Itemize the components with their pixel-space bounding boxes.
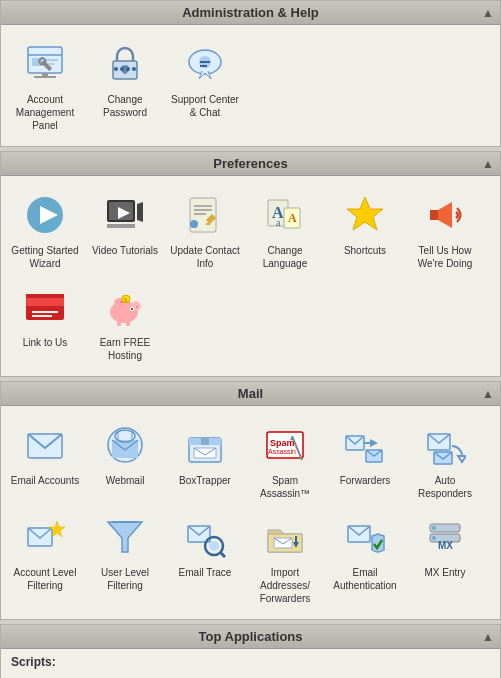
email-accounts-item[interactable]: Email Accounts <box>5 414 85 506</box>
user-level-filtering-item[interactable]: User Level Filtering <box>85 506 165 611</box>
getting-started-icon <box>20 190 70 240</box>
svg-point-93 <box>432 536 436 540</box>
webmail-icon <box>100 420 150 470</box>
admin-items-grid: Account Management Panel Change Password <box>1 25 500 146</box>
mx-entry-label: MX Entry <box>424 566 465 579</box>
svg-rect-54 <box>117 321 121 326</box>
user-level-filtering-icon <box>100 512 150 562</box>
preferences-header: Preferences ▲ <box>1 152 500 176</box>
link-to-us-label: Link to Us <box>23 336 67 349</box>
shortcuts-icon <box>340 190 390 240</box>
svg-text:a: a <box>276 217 281 228</box>
svg-rect-55 <box>126 321 130 326</box>
svg-point-50 <box>131 308 133 310</box>
boxtrapper-icon <box>180 420 230 470</box>
video-tutorials-item[interactable]: Video Tutorials <box>85 184 165 276</box>
forwarders-label: Forwarders <box>340 474 391 487</box>
preferences-collapse-arrow[interactable]: ▲ <box>482 157 494 171</box>
svg-rect-41 <box>26 294 64 298</box>
account-management-icon <box>20 39 70 89</box>
spam-assassin-label: Spam Assassin™ <box>249 474 321 500</box>
svg-line-84 <box>220 552 225 557</box>
video-tutorials-label: Video Tutorials <box>92 244 158 257</box>
auto-responders-item[interactable]: Auto Responders <box>405 414 485 506</box>
link-to-us-icon <box>20 282 70 332</box>
import-addresses-item[interactable]: Import Addresses/ Forwarders <box>245 506 325 611</box>
update-contact-item[interactable]: Update Contact Info <box>165 184 245 276</box>
account-management-item[interactable]: Account Management Panel <box>5 33 85 138</box>
email-accounts-label: Email Accounts <box>11 474 79 487</box>
svg-text:Assassin: Assassin <box>268 448 296 455</box>
svg-text:MX: MX <box>438 540 453 551</box>
admin-header: Administration & Help ▲ <box>1 1 500 25</box>
shortcuts-item[interactable]: Shortcuts <box>325 184 405 276</box>
svg-point-91 <box>432 526 436 530</box>
svg-rect-64 <box>201 438 209 445</box>
mx-entry-icon: MX <box>420 512 470 562</box>
preferences-section: Preferences ▲ Getting Started Wizard <box>0 151 501 377</box>
svg-marker-79 <box>108 522 142 552</box>
change-password-icon <box>100 39 150 89</box>
mail-header: Mail ▲ <box>1 382 500 406</box>
mail-collapse-arrow[interactable]: ▲ <box>482 387 494 401</box>
change-language-label: Change Language <box>249 244 321 270</box>
svg-rect-25 <box>107 224 135 228</box>
spam-assassin-icon: Spam Assassin <box>260 420 310 470</box>
top-applications-section: Top Applications ▲ Scripts: W WordPress <box>0 624 501 678</box>
getting-started-item[interactable]: Getting Started Wizard <box>5 184 85 276</box>
preferences-items-grid: Getting Started Wizard Video Tutorials <box>1 176 500 376</box>
svg-point-83 <box>209 541 219 551</box>
admin-collapse-arrow[interactable]: ▲ <box>482 6 494 20</box>
mail-title: Mail <box>238 386 263 401</box>
email-trace-item[interactable]: Email Trace <box>165 506 245 611</box>
scripts-section: Scripts: W WordPress J! <box>1 649 500 678</box>
getting-started-label: Getting Started Wizard <box>9 244 81 270</box>
email-trace-icon <box>180 512 230 562</box>
account-level-filtering-label: Account Level Filtering <box>9 566 81 592</box>
support-center-icon <box>180 39 230 89</box>
svg-point-14 <box>132 67 136 71</box>
change-password-item[interactable]: Change Password <box>85 33 165 138</box>
change-password-label: Change Password <box>89 93 161 119</box>
account-level-filtering-item[interactable]: Account Level Filtering <box>5 506 85 611</box>
email-accounts-icon <box>20 420 70 470</box>
email-authentication-item[interactable]: Email Authentication <box>325 506 405 611</box>
support-center-item[interactable]: Support Center & Chat <box>165 33 245 138</box>
account-level-filtering-icon <box>20 512 70 562</box>
update-contact-label: Update Contact Info <box>169 244 241 270</box>
change-language-icon: A a A <box>260 190 310 240</box>
earn-hosting-item[interactable]: $ Earn FREE Hosting <box>85 276 165 368</box>
tell-us-label: Tell Us How We're Doing <box>409 244 481 270</box>
email-authentication-icon <box>340 512 390 562</box>
account-management-label: Account Management Panel <box>9 93 81 132</box>
svg-marker-73 <box>370 439 378 447</box>
change-language-item[interactable]: A a A Change Language <box>245 184 325 276</box>
shortcuts-label: Shortcuts <box>344 244 386 257</box>
admin-section: Administration & Help ▲ <box>0 0 501 147</box>
forwarders-item[interactable]: Forwarders <box>325 414 405 506</box>
svg-marker-37 <box>347 197 383 230</box>
auto-responders-icon <box>420 420 470 470</box>
earn-hosting-label: Earn FREE Hosting <box>89 336 161 362</box>
svg-rect-10 <box>124 69 127 74</box>
svg-marker-24 <box>137 202 143 222</box>
video-tutorials-icon <box>100 190 150 240</box>
spam-assassin-item[interactable]: Spam Assassin Spam Assassin™ <box>245 414 325 506</box>
tell-us-item[interactable]: Tell Us How We're Doing <box>405 184 485 276</box>
user-level-filtering-label: User Level Filtering <box>89 566 161 592</box>
mx-entry-item[interactable]: MX MX Entry <box>405 506 485 611</box>
email-trace-label: Email Trace <box>179 566 232 579</box>
boxtrapper-label: BoxTrapper <box>179 474 231 487</box>
import-addresses-icon <box>260 512 310 562</box>
svg-point-51 <box>136 306 138 308</box>
boxtrapper-item[interactable]: BoxTrapper <box>165 414 245 506</box>
top-apps-collapse-arrow[interactable]: ▲ <box>482 630 494 644</box>
link-to-us-item[interactable]: Link to Us <box>5 276 85 368</box>
webmail-item[interactable]: Webmail <box>85 414 165 506</box>
webmail-label: Webmail <box>106 474 145 487</box>
top-apps-title: Top Applications <box>199 629 303 644</box>
svg-rect-38 <box>430 210 438 220</box>
tell-us-icon <box>420 190 470 240</box>
auto-responders-label: Auto Responders <box>409 474 481 500</box>
svg-point-11 <box>114 67 118 71</box>
